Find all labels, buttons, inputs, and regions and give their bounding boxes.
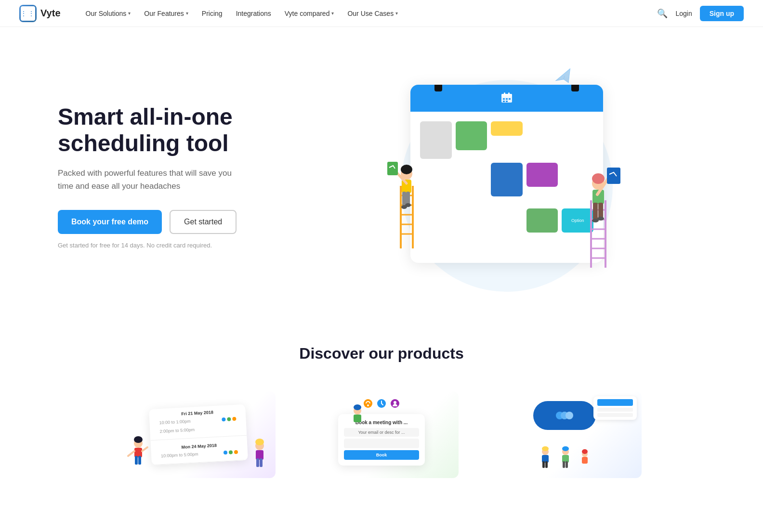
svg-rect-51 — [256, 450, 263, 460]
svg-point-34 — [592, 173, 605, 184]
svg-rect-74 — [566, 461, 568, 468]
svg-rect-7 — [503, 101, 505, 102]
hero-note: Get started for free for 14 days. No cre… — [58, 242, 289, 249]
book-demo-button[interactable]: Book your free demo — [58, 210, 162, 234]
person-right-illustration — [579, 167, 618, 263]
discover-section: Discover our products Fri 21 May 2018 10… — [0, 316, 763, 505]
mini-booking-btn: Book — [344, 450, 419, 460]
svg-point-50 — [255, 439, 264, 445]
svg-point-17 — [401, 165, 412, 174]
svg-rect-36 — [593, 203, 598, 220]
svg-point-76 — [582, 449, 588, 454]
hero-illustration: Option — [289, 61, 705, 292]
nav-pricing[interactable]: Pricing — [196, 6, 228, 21]
hero-buttons: Book your free demo Get started — [58, 210, 289, 234]
svg-point-39 — [597, 217, 604, 221]
product-thumb-1: Fri 21 May 2018 10:00 to 1:00pm — [121, 391, 276, 478]
products-grid: Fri 21 May 2018 10:00 to 1:00pm — [39, 391, 724, 486]
svg-point-55 — [367, 404, 369, 406]
hero-section: Smart all-in-one scheduling tool Packed … — [0, 27, 763, 316]
svg-rect-41 — [607, 168, 620, 184]
hero-content: Smart all-in-one scheduling tool Packed … — [58, 104, 289, 249]
product-thumb-3 — [487, 391, 642, 478]
svg-rect-68 — [542, 461, 545, 468]
product-card-calendar: Fri 21 May 2018 10:00 to 1:00pm — [121, 391, 276, 486]
product-thumb-2: Book a meeting with ... Your email or de… — [304, 391, 459, 478]
dot-green-2 — [229, 450, 233, 454]
dot-blue-2 — [224, 451, 227, 454]
hero-title: Smart all-in-one scheduling tool — [58, 104, 289, 156]
svg-rect-24 — [387, 162, 398, 175]
svg-rect-45 — [135, 456, 138, 465]
brand-name: Vyte — [40, 8, 61, 19]
dot-green — [227, 417, 231, 421]
svg-rect-19 — [402, 192, 406, 206]
svg-rect-6 — [509, 98, 511, 100]
signup-button[interactable]: Sign up — [700, 6, 744, 21]
svg-rect-69 — [545, 461, 548, 468]
calendar-illustration: Option — [410, 85, 603, 263]
discover-title: Discover our products — [39, 345, 724, 363]
nav-actions: 🔍 Login Sign up — [657, 6, 744, 21]
svg-rect-3 — [508, 92, 510, 95]
nav-integrations[interactable]: Integrations — [230, 6, 277, 21]
search-icon[interactable]: 🔍 — [657, 8, 668, 19]
mini-booking-field: Your email or desc for ... — [344, 428, 419, 437]
svg-line-47 — [128, 451, 134, 456]
nav-our-features[interactable]: Our Features ▾ — [138, 6, 194, 21]
dot-orange — [232, 417, 236, 421]
svg-rect-1 — [501, 94, 512, 97]
svg-rect-52 — [256, 458, 259, 467]
logo-icon — [19, 5, 37, 22]
svg-rect-44 — [134, 448, 142, 457]
svg-point-58 — [394, 401, 396, 404]
product-card-booking: Book a meeting with ... Your email or de… — [304, 391, 459, 486]
brand-logo[interactable]: Vyte — [19, 5, 61, 22]
nav-vyte-compared[interactable]: Vyte compared ▾ — [279, 6, 340, 21]
chevron-down-icon: ▾ — [395, 11, 398, 16]
dot-blue — [222, 417, 225, 421]
svg-rect-2 — [504, 92, 505, 95]
navbar: Vyte Our Solutions ▾ Our Features ▾ Pric… — [0, 0, 763, 27]
illustration-container: Option — [382, 61, 613, 292]
svg-rect-5 — [506, 98, 508, 100]
svg-point-64 — [566, 412, 573, 419]
calendar-body: Option — [410, 112, 603, 263]
svg-point-66 — [542, 446, 549, 451]
svg-point-60 — [354, 404, 361, 410]
svg-rect-8 — [506, 101, 508, 102]
chevron-down-icon: ▾ — [331, 11, 334, 16]
svg-rect-61 — [354, 415, 361, 422]
get-started-button[interactable]: Get started — [170, 210, 237, 234]
hero-subtitle: Packed with powerful features that will … — [58, 167, 241, 193]
login-link[interactable]: Login — [675, 10, 692, 17]
svg-rect-4 — [503, 98, 505, 100]
svg-rect-73 — [563, 461, 565, 468]
svg-rect-53 — [260, 458, 263, 467]
mini-calendar-card: Fri 21 May 2018 10:00 to 1:00pm — [149, 404, 248, 465]
chevron-down-icon: ▾ — [186, 11, 188, 16]
svg-rect-46 — [138, 456, 141, 465]
nav-links: Our Solutions ▾ Our Features ▾ Pricing I… — [80, 6, 658, 21]
svg-point-22 — [405, 203, 411, 207]
svg-line-48 — [142, 447, 147, 451]
nav-use-cases[interactable]: Our Use Cases ▾ — [342, 6, 404, 21]
nav-our-solutions[interactable]: Our Solutions ▾ — [80, 6, 137, 21]
product-card-team — [487, 391, 642, 486]
person-left-illustration — [386, 157, 425, 244]
svg-rect-18 — [402, 180, 411, 193]
svg-point-71 — [562, 446, 569, 451]
svg-point-43 — [134, 436, 143, 443]
svg-rect-77 — [582, 457, 588, 464]
dot-orange-2 — [234, 450, 238, 454]
calendar-header — [410, 85, 603, 112]
chevron-down-icon: ▾ — [128, 11, 131, 16]
